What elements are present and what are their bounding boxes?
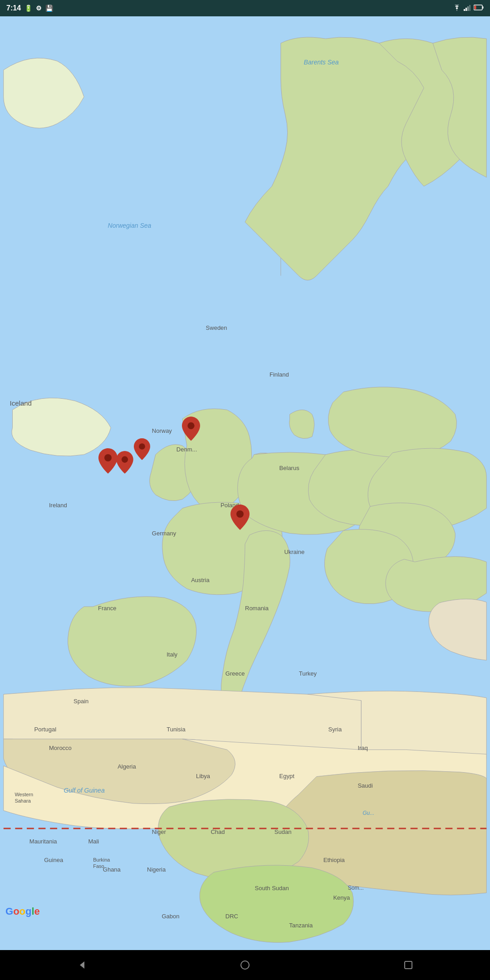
sd-card-icon: 💾	[45, 5, 53, 12]
clock: 7:14	[6, 4, 21, 12]
map-pin-4	[182, 416, 200, 441]
map-container[interactable]: Barents Sea Norwegian Sea Gulf of Guinea…	[0, 16, 245, 490]
map-svg	[0, 16, 245, 490]
svg-point-13	[188, 422, 195, 429]
svg-point-11	[122, 456, 128, 463]
battery-alert-icon: 🔋	[24, 5, 32, 12]
svg-point-10	[104, 454, 112, 461]
map-pin-2	[116, 451, 133, 474]
status-bar: 7:14 🔋 ⚙ 💾	[0, 0, 245, 16]
svg-point-12	[139, 443, 145, 450]
settings-icon: ⚙	[36, 5, 42, 12]
map-pin-3	[134, 438, 150, 460]
map-pin-1	[98, 448, 118, 474]
